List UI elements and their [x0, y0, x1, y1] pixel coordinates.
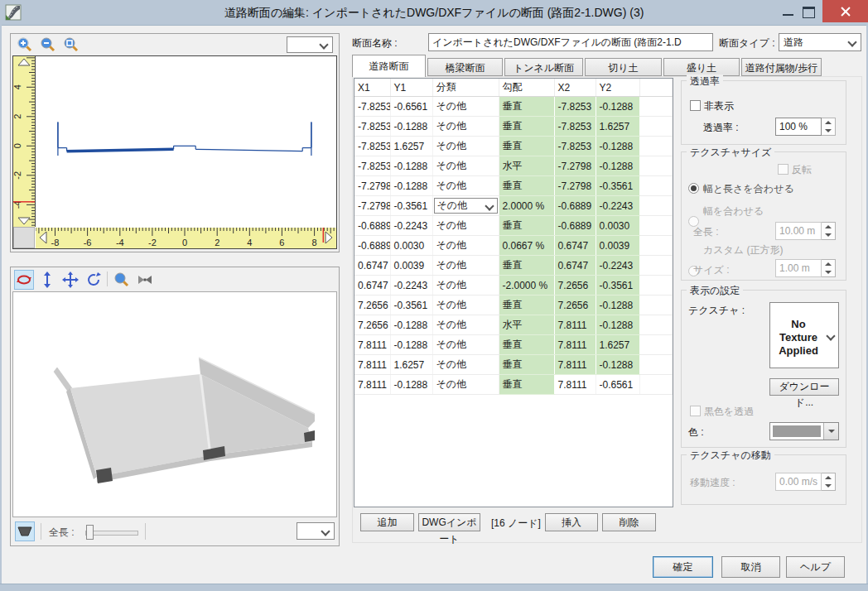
table-cell[interactable]: その他	[432, 276, 499, 296]
table-cell[interactable]: -7.8253	[354, 137, 390, 156]
table-cell[interactable]: 0.0667 %	[499, 236, 554, 256]
table-cell[interactable]: -0.2243	[390, 276, 432, 296]
table-cell[interactable]: -7.2798	[554, 156, 596, 176]
total-length-spinner[interactable]	[822, 222, 836, 240]
model-3d-canvas[interactable]	[12, 291, 337, 517]
table-cell[interactable]: 1.6257	[596, 117, 639, 137]
tab-bridge-section[interactable]: 橋梁断面	[427, 58, 503, 76]
table-cell[interactable]: その他	[432, 236, 499, 256]
cancel-button[interactable]: 取消	[721, 556, 780, 578]
table-cell[interactable]: 0.0039	[596, 236, 639, 256]
insert-button[interactable]: 挿入	[545, 513, 598, 531]
table-cell[interactable]: その他	[432, 375, 499, 395]
dwg-import-button[interactable]: DWGインポート	[418, 513, 480, 531]
profile-scale-combo[interactable]	[287, 36, 333, 53]
table-cell[interactable]: 0.6747	[554, 256, 596, 276]
help-button[interactable]: ヘルプ	[786, 556, 845, 578]
table-cell[interactable]: その他	[432, 335, 499, 355]
move-speed-spinner[interactable]	[822, 473, 836, 491]
view-frustum-icon[interactable]	[135, 270, 155, 290]
table-cell[interactable]: -0.1288	[390, 176, 432, 196]
delete-button[interactable]: 削除	[602, 513, 656, 531]
tab-fill[interactable]: 盛り土	[663, 58, 740, 76]
table-cell[interactable]: 7.8111	[354, 355, 390, 375]
table-cell[interactable]: -0.1288	[596, 97, 639, 117]
table-cell[interactable]: -0.1288	[596, 156, 639, 176]
table-cell[interactable]: -0.1288	[390, 375, 432, 395]
table-cell[interactable]: -7.8253	[354, 97, 390, 117]
table-cell[interactable]: -0.1288	[596, 137, 639, 156]
transparency-rate-input[interactable]: 100 %	[775, 118, 822, 136]
table-cell[interactable]: 0.6747	[354, 276, 390, 296]
maximize-button[interactable]	[803, 7, 815, 18]
col-y2[interactable]: Y2	[596, 79, 639, 97]
table-cell[interactable]: 0.0039	[390, 256, 432, 276]
table-cell[interactable]: 垂直	[499, 355, 554, 375]
table-cell[interactable]: 垂直	[499, 216, 554, 236]
table-cell[interactable]: 7.2656	[554, 296, 596, 315]
tilt-view-icon[interactable]	[37, 270, 57, 290]
table-cell[interactable]: -0.6561	[596, 375, 639, 395]
table-cell[interactable]: -0.3561	[596, 176, 639, 196]
table-cell[interactable]: その他	[432, 156, 499, 176]
section-name-input[interactable]: インポートされたDWG/DXFファイルの断面 (路面2-1.D	[428, 33, 713, 51]
table-cell[interactable]: 垂直	[499, 137, 554, 156]
table-cell[interactable]: 垂直	[499, 375, 554, 395]
table-cell[interactable]: 1.6257	[390, 137, 432, 156]
table-cell[interactable]: -0.6889	[354, 236, 390, 256]
table-cell[interactable]: -7.8253	[554, 97, 596, 117]
table-cell[interactable]: 垂直	[499, 296, 554, 315]
table-cell[interactable]: -0.1288	[390, 156, 432, 176]
table-cell[interactable]: -0.3561	[596, 276, 639, 296]
close-button[interactable]	[822, 0, 868, 22]
table-cell[interactable]: 垂直	[499, 117, 554, 137]
table-cell[interactable]: 7.8111	[554, 375, 596, 395]
table-cell[interactable]: -2.0000 %	[499, 276, 554, 296]
table-cell[interactable]: -7.8253	[354, 156, 390, 176]
zoom-in-icon[interactable]	[16, 36, 34, 54]
fit-width-length-radio[interactable]	[688, 183, 699, 194]
table-cell[interactable]: 7.2656	[354, 315, 390, 335]
zoom-out-icon[interactable]	[39, 36, 57, 54]
profile-canvas[interactable]	[36, 56, 336, 227]
table-cell[interactable]: -0.1288	[390, 315, 432, 335]
table-cell[interactable]: -0.6889	[554, 216, 596, 236]
tab-road-section[interactable]: 道路断面	[352, 55, 426, 77]
table-cell[interactable]: -0.1288	[596, 315, 639, 335]
table-cell[interactable]: その他	[432, 216, 499, 236]
table-cell[interactable]: その他	[432, 117, 499, 137]
zoom-extents-icon[interactable]	[62, 36, 80, 54]
total-length-input[interactable]: 10.00 m	[775, 222, 822, 240]
table-cell[interactable]: 水平	[499, 156, 554, 176]
move-speed-input[interactable]: 0.00 m/s	[775, 473, 822, 491]
table-cell[interactable]: -7.8253	[554, 117, 596, 137]
size-spinner[interactable]	[822, 259, 836, 277]
table-cell[interactable]: 7.8111	[554, 315, 596, 335]
ok-button[interactable]: 確定	[653, 556, 713, 578]
table-cell[interactable]: -7.2798	[554, 176, 596, 196]
table-cell[interactable]: 垂直	[499, 256, 554, 276]
size-input[interactable]: 1.00 m	[775, 259, 822, 277]
table-cell[interactable]: 0.0030	[596, 216, 639, 236]
color-picker-arrow[interactable]	[823, 423, 838, 440]
table-cell[interactable]: 垂直	[499, 176, 554, 196]
table-cell[interactable]: -0.6889	[354, 216, 390, 236]
rotate-view-icon[interactable]	[84, 270, 104, 290]
vertical-ruler[interactable]: 420-2-4	[13, 56, 36, 227]
table-cell[interactable]: その他	[432, 97, 499, 117]
col-slope[interactable]: 勾配	[499, 79, 554, 97]
table-cell[interactable]: -7.8253	[354, 117, 390, 137]
table-cell[interactable]: -0.1288	[596, 355, 639, 375]
horizontal-ruler[interactable]: -8-6-4-202468	[36, 228, 336, 248]
view3d-scale-combo[interactable]	[297, 522, 335, 540]
add-button[interactable]: 追加	[360, 513, 414, 531]
transparency-rate-spinner[interactable]	[822, 118, 836, 136]
table-cell[interactable]: 水平	[499, 315, 554, 335]
table-cell[interactable]: -0.2243	[596, 196, 639, 216]
table-cell[interactable]: 垂直	[499, 335, 554, 355]
table-cell[interactable]: -7.8253	[554, 137, 596, 156]
table-cell[interactable]: -0.2243	[390, 216, 432, 236]
tab-tunnel-section[interactable]: トンネル断面	[504, 58, 583, 76]
black-transparent-checkbox[interactable]	[690, 406, 701, 416]
classification-combo[interactable]: その他	[434, 198, 498, 214]
